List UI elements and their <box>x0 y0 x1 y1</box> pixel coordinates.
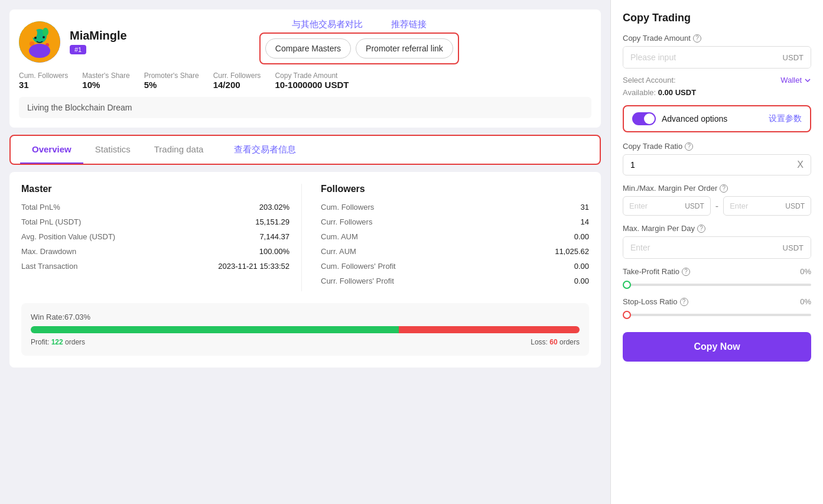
stat-value: 14/200 <box>213 80 261 90</box>
take-profit-row: Take-Profit Ratio ? 0% <box>623 267 811 276</box>
compare-label-zh: 与其他交易者对比 <box>292 19 363 30</box>
copy-now-button[interactable]: Copy Now <box>623 332 811 362</box>
stat-label: Curr. Followers <box>213 71 261 80</box>
stat-curr-followers: Curr. Followers 14/200 <box>213 71 261 90</box>
margin-dash: - <box>715 201 718 212</box>
profit-label: Profit: <box>31 338 49 346</box>
master-row-1: Total PnL (USDT) 15,151.29 <box>21 217 289 226</box>
data-value: 15,151.29 <box>255 217 289 226</box>
stop-loss-label: Stop-Loss Ratio ? <box>623 297 688 306</box>
stop-loss-row: Stop-Loss Ratio ? 0% <box>623 297 811 306</box>
stop-loss-track <box>623 314 811 316</box>
master-row-3: Max. Drawdown 100.00% <box>21 247 289 256</box>
advanced-options-wrapper: Advanced options 设置参数 <box>623 105 811 132</box>
amount-input[interactable] <box>623 47 776 68</box>
max-margin-field: Max. Margin Per Day ? USDT <box>623 224 811 259</box>
ratio-clear-btn[interactable]: X <box>797 160 804 170</box>
panel-title: Copy Trading <box>623 12 811 24</box>
take-profit-label: Take-Profit Ratio ? <box>623 267 690 276</box>
overview-section: Master Total PnL% 203.02% Total PnL (USD… <box>9 172 601 368</box>
rank-badge: #1 <box>70 45 86 54</box>
tab-overview[interactable]: Overview <box>20 136 83 164</box>
loss-label: Loss: <box>531 338 548 346</box>
data-value: 0.00 <box>574 232 589 241</box>
amount-suffix: USDT <box>776 47 811 68</box>
data-label: Max. Drawdown <box>21 247 76 256</box>
margin-min-input: USDT <box>623 196 711 216</box>
data-label: Last Transaction <box>21 262 77 271</box>
max-margin-help-icon[interactable]: ? <box>697 225 705 233</box>
take-profit-track <box>623 284 811 286</box>
followers-row-5: Curr. Followers' Profit 0.00 <box>321 277 589 285</box>
promoter-referral-button[interactable]: Promoter referral link <box>356 38 453 58</box>
data-label: Curr. Followers <box>321 217 372 226</box>
stat-label: Master's Share <box>82 71 129 80</box>
tab-statistics[interactable]: Statistics <box>83 136 142 164</box>
data-value: 14 <box>581 217 589 226</box>
bio: Living the Blockchain Dream <box>19 97 591 118</box>
followers-row-0: Cum. Followers 31 <box>321 203 589 212</box>
toggle-knob <box>644 113 655 124</box>
data-value: 2023-11-21 15:33:52 <box>218 262 289 271</box>
compare-masters-button[interactable]: Compare Masters <box>265 38 351 58</box>
data-value: 203.02% <box>259 203 289 212</box>
take-profit-section: Take-Profit Ratio ? 0% <box>623 267 811 289</box>
stat-promoters-share: Promoter's Share 5% <box>144 71 199 90</box>
master-row-0: Total PnL% 203.02% <box>21 203 289 212</box>
master-row-4: Last Transaction 2023-11-21 15:33:52 <box>21 262 289 271</box>
stats-row: Cum. Followers 31 Master's Share 10% Pro… <box>19 71 591 90</box>
followers-row-2: Cum. AUM 0.00 <box>321 232 589 241</box>
advanced-toggle[interactable] <box>632 112 656 125</box>
right-panel: Copy Trading Copy Trade Amount ? USDT Se… <box>610 0 823 504</box>
ratio-help-icon[interactable]: ? <box>685 142 693 151</box>
stat-value: 31 <box>19 80 68 90</box>
margin-help-icon[interactable]: ? <box>720 184 728 193</box>
amount-help-icon[interactable]: ? <box>693 34 701 43</box>
margin-max-field[interactable] <box>730 201 785 210</box>
stat-value: 10% <box>82 80 129 90</box>
ratio-field: Copy Trade Ratio ? X <box>623 142 811 175</box>
data-value: 11,025.62 <box>555 247 589 256</box>
ratio-label-row: Copy Trade Ratio ? <box>623 142 811 151</box>
margin-min-field[interactable] <box>629 201 685 210</box>
bar-green <box>31 326 399 333</box>
tabs-section: Overview Statistics Trading data 查看交易者信息 <box>9 135 601 165</box>
data-label: Total PnL% <box>21 203 60 212</box>
svg-point-8 <box>43 36 45 38</box>
followers-title: Followers <box>321 184 589 194</box>
take-profit-help-icon[interactable]: ? <box>682 268 690 276</box>
stop-loss-section: Stop-Loss Ratio ? 0% <box>623 297 811 319</box>
stop-loss-pct: 0% <box>800 297 811 306</box>
stop-loss-help-icon[interactable]: ? <box>680 298 688 306</box>
account-select[interactable]: Wallet <box>780 76 811 84</box>
data-label: Curr. Followers' Profit <box>321 277 394 285</box>
account-row: Select Account: Wallet <box>623 76 811 84</box>
data-value: 7,144.37 <box>259 232 289 241</box>
amount-input-wrapper: USDT <box>623 46 811 69</box>
data-label: Cum. Followers' Profit <box>321 262 396 271</box>
ratio-input[interactable] <box>630 160 797 170</box>
stat-masters-share: Master's Share 10% <box>82 71 129 90</box>
account-label: Select Account: <box>623 76 676 84</box>
loss-orders: 60 <box>549 338 557 346</box>
data-label: Total PnL (USDT) <box>21 217 81 226</box>
stat-cum-followers: Cum. Followers 31 <box>19 71 68 90</box>
master-row-2: Avg. Position Value (USDT) 7,144.37 <box>21 232 289 241</box>
stop-loss-thumb[interactable] <box>623 311 631 319</box>
followers-row-3: Curr. AUM 11,025.62 <box>321 247 589 256</box>
followers-row-1: Curr. Followers 14 <box>321 217 589 226</box>
max-margin-input[interactable] <box>623 237 776 258</box>
svg-point-7 <box>34 37 37 39</box>
profile-info: MiaMingle #1 <box>70 29 127 54</box>
margin-max-suffix: USDT <box>785 202 805 210</box>
available-row: Available: 0.00 USDT <box>623 88 811 97</box>
take-profit-thumb[interactable] <box>623 281 631 289</box>
referral-label-zh: 推荐链接 <box>391 19 427 30</box>
loss-unit: orders <box>559 338 580 346</box>
max-margin-suffix: USDT <box>776 238 811 258</box>
tab-trading-data[interactable]: Trading data <box>142 136 216 164</box>
profit-orders: 122 <box>51 338 63 346</box>
stat-label: Copy Trade Amount <box>275 71 349 80</box>
stat-label: Promoter's Share <box>144 71 199 80</box>
amount-field-label: Copy Trade Amount ? <box>623 34 811 43</box>
